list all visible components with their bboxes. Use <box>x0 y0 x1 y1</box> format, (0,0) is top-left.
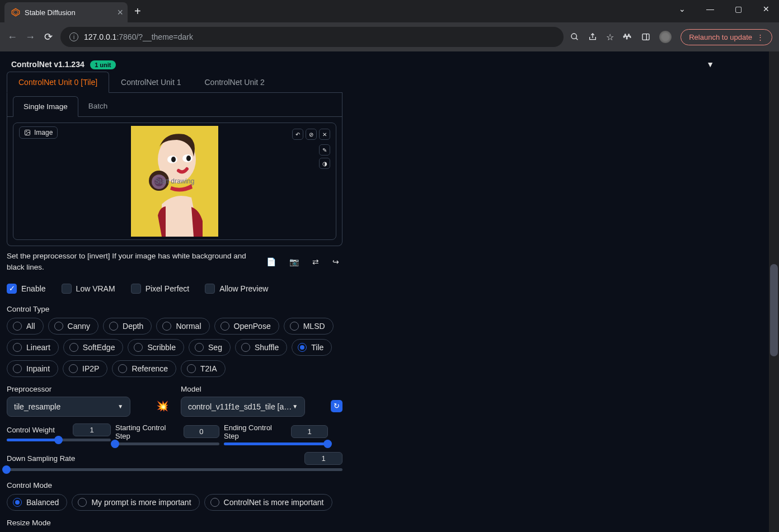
site-info-icon[interactable]: i <box>69 32 78 41</box>
pixelperfect-label: Pixel Perfect <box>146 284 190 293</box>
control-type-mlsd[interactable]: MLSD <box>284 318 334 335</box>
end-step-value[interactable]: 1 <box>291 425 328 438</box>
control-type-openpose[interactable]: OpenPose <box>214 318 279 335</box>
radio-icon <box>13 322 22 331</box>
run-preprocessor-icon[interactable]: 💥 <box>156 400 168 417</box>
control-type-shuffle[interactable]: Shuffle <box>235 339 287 356</box>
control-type-inpaint[interactable]: Inpaint <box>7 360 58 377</box>
scrollbar-thumb[interactable] <box>770 264 778 356</box>
tab-unit-2[interactable]: ControlNet Unit 2 <box>193 72 276 92</box>
image-toolbar-top: ↶ ⊘ ✕ <box>292 129 330 140</box>
edit-icon[interactable]: ✎ <box>319 144 330 156</box>
close-tab-icon[interactable]: × <box>117 7 123 18</box>
extensions-icon[interactable] <box>623 32 632 42</box>
radio-label: Shuffle <box>255 343 279 352</box>
enable-checkbox[interactable]: ✓Enable <box>7 284 46 294</box>
pixelperfect-checkbox[interactable]: Pixel Perfect <box>131 284 190 294</box>
image-icon <box>24 129 31 136</box>
collapse-icon[interactable]: ▼ <box>706 60 714 69</box>
close-window-icon[interactable]: ✕ <box>758 4 775 13</box>
url-text: 127.0.0.1:7860/?__theme=dark <box>84 32 193 41</box>
tab-unit-1[interactable]: ControlNet Unit 1 <box>109 72 193 92</box>
tab-single-image[interactable]: Single Image <box>13 96 78 117</box>
browser-tab[interactable]: Stable Diffusion × <box>4 2 128 22</box>
uploaded-image[interactable]: Start drawing <box>131 126 218 237</box>
control-weight-value[interactable]: 1 <box>73 423 111 436</box>
back-button[interactable]: ← <box>7 31 18 43</box>
tab-batch[interactable]: Batch <box>78 96 118 116</box>
send-icon[interactable]: ↪ <box>332 257 339 266</box>
downsample-slider: Down Sampling Rate1 <box>7 445 342 471</box>
control-type-lineart[interactable]: Lineart <box>7 339 59 356</box>
refresh-models-button[interactable]: ↻ <box>331 400 342 412</box>
webcam-icon[interactable]: 📷 <box>289 257 299 266</box>
svg-point-14 <box>171 157 176 162</box>
radio-label: MLSD <box>303 322 325 331</box>
image-label-text: Image <box>34 129 53 136</box>
forward-button[interactable]: → <box>25 31 36 43</box>
side-panel-icon[interactable] <box>641 32 650 41</box>
model-row: Preprocessor tile_resample▼ 💥 Model cont… <box>7 377 342 417</box>
new-canvas-icon[interactable]: 📄 <box>266 257 276 266</box>
swap-icon[interactable]: ⇄ <box>312 257 319 266</box>
tab-title: Stable Diffusion <box>25 8 76 17</box>
model-dropdown[interactable]: control_v11f1e_sd15_tile [a371b31b]▼ <box>181 397 305 417</box>
radio-icon <box>54 322 63 331</box>
preprocessor-dropdown[interactable]: tile_resample▼ <box>7 397 130 417</box>
bookmark-icon[interactable]: ☆ <box>606 32 614 43</box>
control-type-t2ia[interactable]: T2IA <box>181 360 226 377</box>
slider-track[interactable] <box>224 442 328 445</box>
control-type-reference[interactable]: Reference <box>112 360 176 377</box>
zoom-icon[interactable] <box>570 32 579 41</box>
start-step-value[interactable]: 0 <box>184 425 219 438</box>
control-type-tile[interactable]: Tile <box>292 339 332 356</box>
controlnet-body: Single Image Batch Image ↶ ⊘ ✕ ✎ <box>7 93 342 246</box>
slider-track[interactable] <box>115 442 219 445</box>
new-tab-button[interactable]: + <box>134 5 141 18</box>
radio-label: Reference <box>132 364 168 373</box>
url-bar[interactable]: i 127.0.0.1:7860/?__theme=dark <box>60 27 564 47</box>
control-mode-option[interactable]: My prompt is more important <box>72 494 199 511</box>
undo-icon[interactable]: ↶ <box>292 129 303 140</box>
lowvram-checkbox[interactable]: Low VRAM <box>62 284 115 294</box>
control-type-seg[interactable]: Seg <box>189 339 231 356</box>
control-mode-option[interactable]: Balanced <box>7 494 67 511</box>
downsample-value[interactable]: 1 <box>304 452 342 465</box>
dropdown-tabs-icon[interactable]: ⌄ <box>674 4 691 13</box>
control-type-scribble[interactable]: Scribble <box>128 339 184 356</box>
control-type-normal[interactable]: Normal <box>156 318 209 335</box>
minimize-icon[interactable]: — <box>702 4 719 13</box>
radio-icon <box>109 322 118 331</box>
control-weight-label: Control Weight <box>7 426 55 434</box>
control-type-depth[interactable]: Depth <box>103 318 152 335</box>
allowpreview-checkbox[interactable]: Allow Preview <box>205 284 268 294</box>
scrollbar-track[interactable] <box>769 51 779 532</box>
share-icon[interactable] <box>588 32 597 41</box>
radio-label: IP2P <box>82 364 99 373</box>
control-type-softedge[interactable]: SoftEdge <box>63 339 124 356</box>
svg-point-7 <box>26 131 27 133</box>
control-type-canny[interactable]: Canny <box>48 318 98 335</box>
end-step-label: Ending Control Step <box>224 423 287 440</box>
svg-point-2 <box>571 34 576 39</box>
image-toolbar-side: ✎ ◑ <box>319 144 330 169</box>
clear-icon[interactable]: ⊘ <box>306 129 317 140</box>
radio-icon <box>220 322 229 331</box>
profile-avatar[interactable] <box>659 31 672 43</box>
color-icon[interactable]: ◑ <box>319 158 330 169</box>
slider-track[interactable] <box>7 468 342 471</box>
svg-marker-0 <box>12 8 19 16</box>
tab-unit-0[interactable]: ControlNet Unit 0 [Tile] <box>7 72 109 93</box>
radio-label: Inpaint <box>26 364 50 373</box>
image-drop-area[interactable]: Image ↶ ⊘ ✕ ✎ ◑ <box>13 123 336 240</box>
control-type-all[interactable]: All <box>7 318 44 335</box>
maximize-icon[interactable]: ▢ <box>730 4 747 13</box>
enable-label: Enable <box>21 284 46 293</box>
control-mode-option[interactable]: ControlNet is more important <box>204 494 332 511</box>
control-type-ip2p[interactable]: IP2P <box>63 360 107 377</box>
controlnet-panel-header[interactable]: ControlNet v1.1.234 1 unit ▼ <box>7 57 719 72</box>
remove-image-icon[interactable]: ✕ <box>319 129 330 140</box>
relaunch-button[interactable]: Relaunch to update⋮ <box>681 29 772 45</box>
reload-button[interactable]: ⟳ <box>43 31 54 43</box>
slider-track[interactable] <box>7 439 111 441</box>
